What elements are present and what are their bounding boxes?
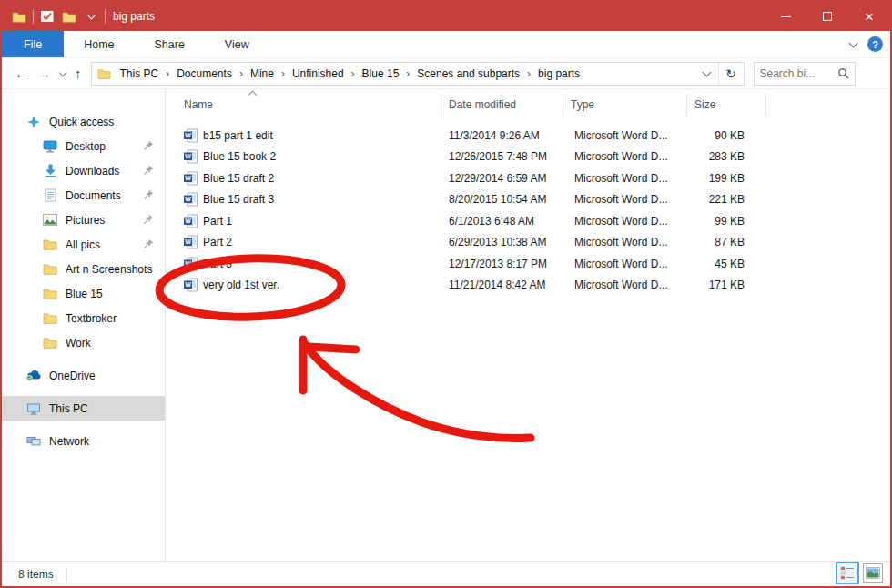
sidebar-item-all-pics[interactable]: All pics: [2, 232, 165, 257]
svg-text:W: W: [185, 260, 191, 267]
file-row[interactable]: WPart 26/29/2013 10:38 AMMicrosoft Word …: [166, 232, 890, 254]
sidebar-item-downloads[interactable]: Downloads: [2, 158, 165, 183]
sidebar-item-label: Desktop: [66, 140, 106, 153]
file-name: very old 1st ver.: [203, 279, 279, 291]
breadcrumb-item[interactable]: big parts: [532, 67, 585, 80]
file-type: Microsoft Word D...: [563, 258, 687, 270]
file-type: Microsoft Word D...: [563, 129, 687, 142]
sidebar-item-art-n-screenshots[interactable]: Art n Screenshots: [2, 257, 165, 281]
details-view-button[interactable]: [836, 562, 859, 584]
search-input[interactable]: [760, 67, 837, 80]
sidebar-item-label: This PC: [49, 402, 88, 415]
column-header-name[interactable]: Name: [166, 94, 441, 116]
breadcrumb-item[interactable]: Mine: [245, 67, 279, 80]
sidebar-item-quick-access[interactable]: Quick access: [2, 109, 165, 134]
folder-icon: [11, 8, 27, 25]
word-document-icon: W: [184, 235, 198, 249]
sidebar-item-textbroker[interactable]: Textbroker: [2, 306, 165, 330]
file-name: Blue 15 draft 3: [203, 193, 274, 206]
picture-icon: [42, 213, 58, 228]
breadcrumb-item[interactable]: Blue 15: [357, 67, 405, 80]
file-type: Microsoft Word D...: [563, 215, 687, 228]
quick-access-toolbar: [2, 8, 106, 25]
breadcrumb-separator-icon: ›: [406, 67, 410, 80]
tab-share[interactable]: Share: [135, 31, 205, 57]
svg-text:W: W: [185, 154, 191, 160]
sidebar-item-network[interactable]: Network: [2, 429, 165, 453]
file-name: Blue 15 book 2: [203, 150, 276, 163]
help-button[interactable]: ?: [867, 36, 883, 52]
sidebar-item-documents[interactable]: Documents: [2, 183, 165, 208]
forward-button[interactable]: →: [37, 66, 51, 80]
sidebar-item-label: OneDrive: [49, 370, 96, 382]
address-dropdown-chevron-icon[interactable]: [696, 63, 718, 85]
file-name-cell: WBlue 15 draft 3: [166, 192, 441, 207]
pin-icon: [143, 214, 154, 225]
properties-check-icon[interactable]: [39, 8, 56, 25]
file-row[interactable]: WPart 312/17/2013 8:17 PMMicrosoft Word …: [166, 253, 890, 275]
back-button[interactable]: ←: [15, 66, 28, 80]
file-type: Microsoft Word D...: [563, 279, 687, 291]
file-row[interactable]: WBlue 15 draft 212/29/2014 6:59 AMMicros…: [166, 167, 890, 189]
file-type: Microsoft Word D...: [563, 236, 687, 248]
tab-file[interactable]: File: [2, 31, 64, 57]
file-date-modified: 12/29/2014 6:59 AM: [441, 172, 563, 185]
up-button[interactable]: ↑: [75, 66, 82, 80]
sidebar-item-blue-15[interactable]: Blue 15: [2, 281, 165, 306]
breadcrumb-item[interactable]: Documents: [171, 67, 238, 80]
navigation-pane: Quick accessDesktopDownloadsDocumentsPic…: [2, 89, 166, 561]
pin-icon: [143, 238, 154, 249]
file-row[interactable]: Wb15 part 1 edit11/3/2014 9:26 AMMicroso…: [166, 125, 890, 147]
column-header-type[interactable]: Type: [563, 94, 687, 116]
column-header-size[interactable]: Size: [687, 94, 766, 116]
file-row[interactable]: WBlue 15 draft 38/20/2015 10:54 AMMicros…: [166, 189, 890, 211]
svg-text:W: W: [185, 239, 191, 246]
breadcrumb-separator-icon: ›: [166, 67, 169, 80]
file-date-modified: 11/3/2014 9:26 AM: [441, 129, 563, 142]
document-icon: [42, 188, 58, 203]
status-separator: [66, 567, 67, 581]
tab-home[interactable]: Home: [64, 31, 134, 57]
word-document-icon: W: [184, 257, 198, 271]
customize-toolbar-chevron-icon[interactable]: [83, 8, 99, 25]
breadcrumb-separator-icon: ›: [239, 67, 243, 80]
folder-icon: [97, 68, 111, 79]
breadcrumb-item[interactable]: This PC: [115, 67, 165, 80]
file-name-cell: WBlue 15 book 2: [166, 149, 441, 164]
file-row[interactable]: WPart 16/1/2013 6:48 AMMicrosoft Word D.…: [166, 210, 890, 232]
search-icon[interactable]: [837, 67, 849, 79]
sidebar-item-desktop[interactable]: Desktop: [2, 134, 165, 158]
file-row[interactable]: WBlue 15 book 212/26/2015 7:48 PMMicroso…: [166, 147, 890, 168]
network-icon: [25, 434, 42, 449]
close-button[interactable]: ×: [848, 2, 890, 31]
tab-view[interactable]: View: [205, 31, 269, 57]
computer-icon: [25, 401, 42, 416]
breadcrumb-separator-icon: ›: [351, 67, 355, 80]
file-row[interactable]: Wvery old 1st ver.11/21/2014 8:42 AMMicr…: [166, 275, 890, 297]
breadcrumb-item[interactable]: Unfinished: [287, 67, 350, 80]
breadcrumb-item[interactable]: Scenes and subparts: [411, 67, 525, 80]
minimize-button[interactable]: [765, 2, 806, 31]
file-name: Part 1: [203, 215, 232, 228]
refresh-icon[interactable]: ↻: [718, 63, 744, 85]
word-document-icon: W: [184, 214, 198, 228]
sidebar-item-work[interactable]: Work: [2, 330, 165, 355]
column-header-date-modified[interactable]: Date modified: [441, 94, 563, 116]
word-document-icon: W: [184, 278, 198, 292]
maximize-button[interactable]: [806, 2, 848, 31]
recent-locations-chevron-icon[interactable]: [59, 68, 66, 76]
address-bar[interactable]: This PC›Documents›Mine›Unfinished›Blue 1…: [91, 62, 745, 86]
new-folder-icon[interactable]: [61, 8, 77, 25]
address-row: ← → ↑ This PC›Documents›Mine›Unfinished›…: [2, 58, 890, 89]
word-document-icon: W: [184, 192, 198, 207]
file-name: Part 3: [203, 258, 232, 270]
toolbar-separator: [33, 9, 34, 24]
sidebar-item-pictures[interactable]: Pictures: [2, 208, 165, 232]
download-arrow-icon: [42, 164, 58, 178]
thumbnail-view-button[interactable]: [863, 563, 883, 583]
sidebar-list: Quick accessDesktopDownloadsDocumentsPic…: [2, 109, 165, 453]
sidebar-item-this-pc[interactable]: This PC: [2, 396, 165, 421]
sidebar-item-label: Quick access: [49, 116, 114, 128]
sidebar-item-onedrive[interactable]: OneDrive: [2, 363, 165, 388]
collapse-ribbon-chevron-icon[interactable]: [849, 38, 858, 47]
